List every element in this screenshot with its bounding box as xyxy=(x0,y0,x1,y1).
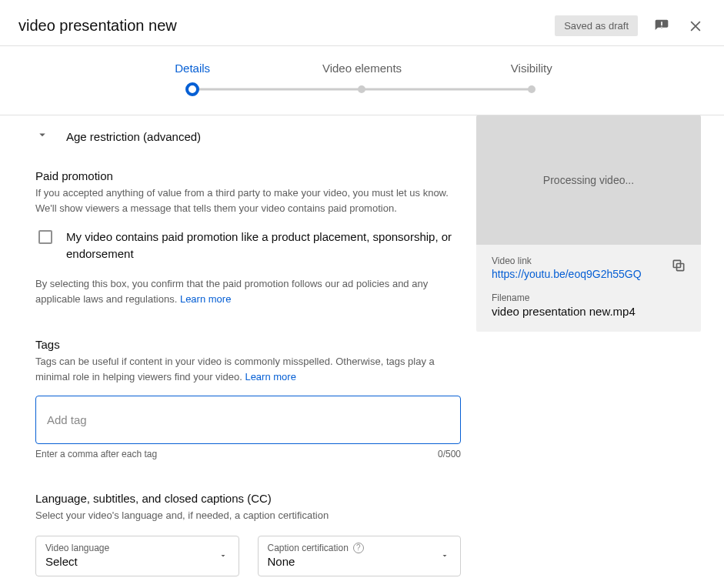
tags-section: Tags Tags can be useful if content in yo… xyxy=(35,332,461,459)
filename-value: video presentation new.mp4 xyxy=(492,305,686,318)
step-dot-active xyxy=(185,82,199,96)
step-dot xyxy=(358,85,365,93)
saved-as-draft-chip: Saved as draft xyxy=(555,15,638,36)
section-title: Language, subtitles, and closed captions… xyxy=(35,492,461,505)
dialog-title: video presentation new xyxy=(18,17,177,35)
paid-promotion-disclaimer: By selecting this box, you confirm that … xyxy=(35,276,461,307)
video-language-select[interactable]: Video language Select xyxy=(35,536,239,576)
feedback-icon[interactable] xyxy=(652,16,672,36)
select-label: Caption certification ? xyxy=(268,543,452,553)
section-title: Paid promotion xyxy=(35,169,461,182)
processing-text: Processing video... xyxy=(543,174,634,186)
language-section: Language, subtitles, and closed captions… xyxy=(35,486,461,588)
learn-more-link[interactable]: Learn more xyxy=(180,293,231,305)
help-icon[interactable]: ? xyxy=(353,543,364,553)
paid-promotion-checkbox[interactable] xyxy=(38,230,52,244)
tags-counter: 0/500 xyxy=(438,449,461,459)
age-restriction-toggle[interactable]: Age restriction (advanced) xyxy=(35,115,461,163)
section-description: Tags can be useful if content in your vi… xyxy=(35,354,461,385)
step-details[interactable]: Details xyxy=(108,62,277,96)
age-restriction-title: Age restriction (advanced) xyxy=(66,130,201,143)
tags-hint: Enter a comma after each tag xyxy=(35,449,157,459)
step-label: Details xyxy=(175,62,210,75)
step-visibility[interactable]: Visibility xyxy=(447,62,616,96)
step-label: Video elements xyxy=(322,62,402,75)
tags-input[interactable] xyxy=(47,413,449,426)
section-description: Select your video's language and, if nee… xyxy=(35,508,461,523)
filename-label: Filename xyxy=(492,292,686,303)
progress-stepper: Details Video elements Visibility xyxy=(0,46,724,115)
close-icon[interactable] xyxy=(686,16,706,36)
section-title: Tags xyxy=(35,338,461,351)
caret-down-icon xyxy=(440,550,449,563)
video-link-label: Video link xyxy=(492,256,686,266)
caption-certification-select[interactable]: Caption certification ? None xyxy=(258,536,462,576)
paid-promotion-checkbox-label: My video contains paid promotion like a … xyxy=(66,229,461,262)
video-link[interactable]: https://youtu.be/eoq9G2h55GQ xyxy=(492,268,686,280)
caret-down-icon xyxy=(219,550,228,563)
step-label: Visibility xyxy=(511,62,552,75)
chevron-down-icon xyxy=(35,128,51,145)
select-label: Video language xyxy=(45,543,229,553)
video-preview-card: Processing video... Video link https://y… xyxy=(476,115,701,332)
step-dot xyxy=(528,85,535,93)
learn-more-link[interactable]: Learn more xyxy=(245,371,295,383)
video-thumbnail-processing: Processing video... xyxy=(476,115,701,245)
paid-promotion-section: Paid promotion If you accepted anything … xyxy=(35,163,461,307)
section-description: If you accepted anything of value from a… xyxy=(35,185,461,216)
tags-input-container[interactable] xyxy=(35,396,461,444)
copy-link-icon[interactable] xyxy=(669,256,689,276)
select-value: Select xyxy=(45,555,229,568)
select-value: None xyxy=(268,555,452,568)
step-video-elements[interactable]: Video elements xyxy=(277,62,446,96)
